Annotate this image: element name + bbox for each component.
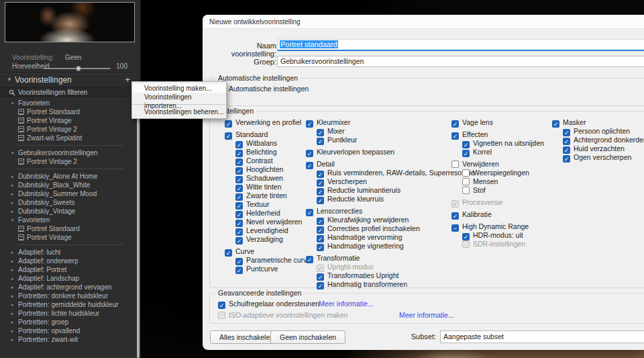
settings-checkbox-row[interactable]: ✓Achtergrond donkerder maken: [552, 136, 644, 144]
checkbox[interactable]: [462, 240, 470, 248]
settings-checkbox-row[interactable]: SDR-instellingen: [451, 240, 544, 249]
disclosure-triangle-icon[interactable]: ▸: [11, 274, 14, 283]
settings-checkbox-row[interactable]: ✓Puntcurve: [225, 265, 311, 273]
settings-checkbox-row[interactable]: ✓Transformaties Upright: [306, 271, 474, 280]
settings-checkbox-row[interactable]: ✓Vignetten na uitsnijden: [451, 139, 544, 148]
more-info-link[interactable]: Meer informatie...: [399, 310, 454, 320]
settings-checkbox-row[interactable]: ✓Curve: [225, 247, 311, 256]
settings-checkbox-row[interactable]: ✓Persoon oplichten: [552, 127, 644, 136]
checkbox[interactable]: ✓: [218, 302, 225, 309]
settings-checkbox-row[interactable]: ✓Textuur: [225, 200, 311, 209]
settings-checkbox-row[interactable]: ✓Ogen verscherpen: [552, 153, 644, 162]
slider-thumb[interactable]: [76, 66, 81, 71]
checkbox[interactable]: ✓: [317, 282, 324, 289]
checkbox[interactable]: [462, 178, 470, 185]
settings-checkbox-row[interactable]: ✓Kleurverlopen toepassen: [306, 148, 474, 156]
settings-checkbox-row[interactable]: ✓Contrast: [225, 156, 311, 165]
auto-settings-row[interactable]: Automatische instellingen: [218, 85, 309, 93]
preset-item-row[interactable]: Portret Standaard: [0, 224, 137, 233]
create-preset-button[interactable]: +: [125, 75, 130, 85]
settings-checkbox-row[interactable]: ✓Levendigheid: [225, 226, 311, 235]
settings-checkbox-row[interactable]: ✓Witte tinten: [225, 183, 311, 191]
checkbox[interactable]: ✓: [317, 197, 324, 204]
amount-slider[interactable]: [44, 66, 111, 71]
settings-checkbox-row[interactable]: ✓Effecten: [451, 130, 544, 139]
disclosure-triangle-icon[interactable]: ▸: [11, 265, 14, 274]
settings-checkbox-row[interactable]: ✓Masker: [552, 118, 644, 127]
settings-checkbox-row[interactable]: ✓Schaduwen: [225, 174, 311, 183]
settings-checkbox-row[interactable]: ✓Reductie kleurruis: [306, 195, 474, 204]
disclosure-triangle-icon[interactable]: ▸: [11, 198, 14, 207]
checkbox[interactable]: [462, 187, 470, 194]
preset-group-row[interactable]: ▸Portretten: donkere huidskleur: [0, 292, 137, 300]
preset-group-row[interactable]: ▸Portretten: zwart-wit: [0, 335, 137, 344]
settings-checkbox-row[interactable]: ✓Korrel: [451, 148, 544, 156]
checkbox[interactable]: ✓: [451, 200, 459, 208]
checkbox[interactable]: ✓: [317, 138, 324, 145]
settings-checkbox-row[interactable]: ✓Parametrische curve: [225, 256, 311, 265]
disclosure-triangle-icon[interactable]: ▸: [11, 335, 14, 344]
checkbox[interactable]: ✓: [462, 150, 470, 157]
settings-checkbox-row[interactable]: ✓Handmatig transformeren: [306, 280, 474, 289]
disclosure-triangle-icon[interactable]: ▸: [11, 207, 14, 216]
disclosure-triangle-icon[interactable]: ▸: [11, 309, 14, 318]
iso-adaptive-row[interactable]: ISO-adaptieve voorinstellingen maken Mee…: [218, 310, 644, 320]
settings-checkbox-row[interactable]: ✓HDR-modus: uit: [451, 231, 544, 240]
settings-checkbox-row[interactable]: ✓Huid verzachten: [552, 144, 644, 153]
disclosure-triangle-icon[interactable]: ▸: [11, 257, 14, 265]
more-info-link[interactable]: Meer informatie...: [319, 299, 374, 308]
settings-checkbox-row[interactable]: ✓Transformatie: [306, 254, 474, 263]
disclosure-triangle-icon[interactable]: ▸: [11, 283, 14, 292]
settings-checkbox-row[interactable]: ✓Kalibratie: [451, 210, 544, 219]
disclosure-triangle-icon[interactable]: ▾: [11, 148, 14, 157]
settings-checkbox-row[interactable]: ✓Verscherpen: [306, 177, 474, 186]
disclosure-triangle-icon[interactable]: ▾: [11, 216, 14, 224]
disclosure-triangle-icon[interactable]: ▸: [11, 248, 14, 257]
settings-checkbox-row[interactable]: ✓Procesversie: [451, 198, 544, 207]
settings-checkbox-row[interactable]: −High Dynamic Range: [451, 222, 544, 231]
preset-group-row[interactable]: ▸Portretten: lichte huidskleur: [0, 309, 137, 318]
preset-group-row[interactable]: ▸Adaptief: Portret: [0, 265, 137, 274]
subset-dropdown[interactable]: Aangepaste subset: [440, 330, 644, 343]
checkbox[interactable]: ✓: [451, 120, 459, 128]
checkbox[interactable]: ✓: [235, 237, 243, 244]
settings-checkbox-row[interactable]: ✓Zwarte tinten: [225, 191, 311, 200]
disclosure-triangle-icon[interactable]: ▸: [11, 326, 14, 335]
settings-checkbox-row[interactable]: ✓Nevel verwijderen: [225, 218, 311, 226]
disclosure-triangle-icon[interactable]: ▾: [11, 99, 14, 107]
preset-group-row[interactable]: ▸Adaptief: achtergrond vervagen: [0, 283, 137, 292]
settings-checkbox-row[interactable]: ✓Upright-modus: [306, 263, 474, 271]
disclosure-triangle-icon[interactable]: ▸: [11, 300, 14, 309]
preset-name-input[interactable]: Portret standaard: [277, 39, 644, 51]
disclosure-triangle-icon[interactable]: ▸: [11, 318, 14, 326]
settings-checkbox-row[interactable]: ✓Verwerking en profiel: [225, 118, 311, 127]
preset-item-row[interactable]: Portret Vintage: [0, 233, 137, 242]
settings-checkbox-row[interactable]: ✓Standaard: [225, 130, 311, 139]
settings-checkbox-row[interactable]: ✓Correcties profiel inschakelen: [306, 224, 474, 233]
preset-item-row[interactable]: Portret Vintage: [0, 116, 137, 125]
checkbox[interactable]: ✓: [563, 155, 570, 163]
preset-item-row[interactable]: Portret Vintage 2: [0, 157, 137, 166]
sidebar-scrollbar[interactable]: [137, 87, 140, 358]
disclosure-triangle-icon[interactable]: ▸: [11, 181, 14, 189]
settings-checkbox-row[interactable]: Mensen: [451, 177, 544, 186]
presets-panel-header[interactable]: ▼ Voorinstellingen +: [0, 73, 137, 86]
preset-group-row[interactable]: ▸Dubnitskiy_Alone At Home: [0, 172, 137, 181]
settings-checkbox-row[interactable]: Weerspiegelingen: [451, 169, 544, 177]
settings-checkbox-row[interactable]: ✓Handmatige vignettering: [306, 242, 474, 251]
preset-group-row[interactable]: ▸Portretten: groep: [0, 318, 137, 326]
group-dropdown[interactable]: Gebruikersvoorinstellingen: [277, 56, 644, 67]
settings-checkbox-row[interactable]: ✓Hooglichten: [225, 165, 311, 174]
checkbox[interactable]: ✓: [317, 244, 324, 251]
preset-group-row[interactable]: ▸Portretten: opvallend: [0, 326, 137, 335]
settings-checkbox-row[interactable]: ✓Witbalans: [225, 139, 311, 148]
settings-checkbox-row[interactable]: ✓Lenscorrecties: [306, 207, 474, 216]
checkbox[interactable]: ✓: [235, 267, 243, 274]
settings-checkbox-row[interactable]: ✓Kleurafwijking verwijderen: [306, 216, 474, 224]
enable-none-button[interactable]: Geen inschakelen: [270, 330, 345, 344]
disclosure-triangle-icon[interactable]: ▸: [11, 189, 14, 198]
checkbox[interactable]: ✓: [451, 212, 459, 220]
preset-group-row[interactable]: ▸Dubnitskiy_Black_White: [0, 181, 137, 189]
settings-checkbox-row[interactable]: Verwijderen: [451, 160, 544, 169]
slider-support-row[interactable]: ✓Schuifregelaar ondersteunen Meer inform…: [218, 299, 644, 308]
